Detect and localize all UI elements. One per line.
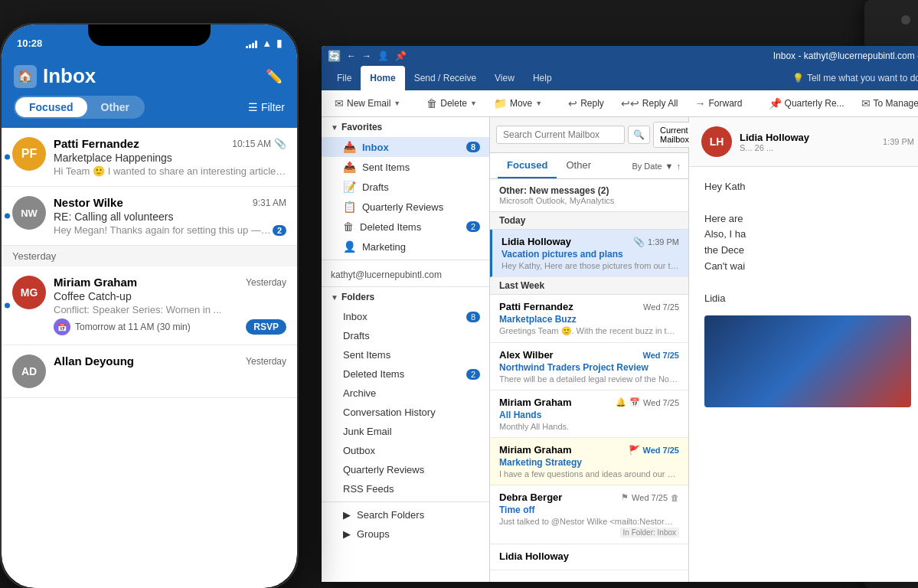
ribbon-tab-help[interactable]: Help (524, 66, 561, 90)
ribbon-tab-view[interactable]: View (485, 66, 524, 90)
nav-item-deleted[interactable]: 🗑 Deleted Items 2 (322, 217, 489, 237)
ribbon-tab-home[interactable]: Home (361, 66, 404, 90)
marketing-icon: 👤 (343, 240, 356, 253)
delete-button[interactable]: 🗑 Delete ▼ (420, 93, 484, 113)
folders-section[interactable]: ▼ Folders (322, 287, 489, 307)
nav-groups[interactable]: ▶ Groups (322, 524, 489, 544)
fo-tab-focused[interactable]: Focused (498, 153, 557, 178)
nav-item-inbox-favorites[interactable]: 📥 Inbox 8 (322, 137, 489, 157)
nav-search-folders[interactable]: ▶ Search Folders (322, 505, 489, 524)
reply-icon: ↩ (568, 97, 577, 109)
nav-inbox-label: Inbox (362, 142, 389, 153)
phone-email-item-nestor[interactable]: NW Nestor Wilke 9:31 AM RE: Calling all … (2, 187, 297, 246)
phone-compose-button[interactable]: ✏️ (263, 66, 285, 87)
eli-header-alex-lw: Alex Wilber Wed 7/25 (499, 349, 679, 361)
eli-header-miriam-ah: Miriam Graham 🔔 📅 Wed 7/25 (499, 397, 679, 408)
battery-icon: ▮ (276, 38, 282, 49)
email-item-miriam-marketing[interactable]: Miriam Graham 🚩 Wed 7/25 Marketing Strat… (490, 438, 688, 485)
phone-tab-other[interactable]: Other (87, 97, 143, 117)
nav-deleted-label: Deleted Items (360, 221, 421, 233)
phone-header: 🏠 Inbox ✏️ Focused Other ☰ Filter (2, 58, 297, 128)
email-item-debra[interactable]: Debra Berger ⚑ Wed 7/25 🗑 Time off Just … (490, 485, 688, 544)
eli-sender-miriam-mkt: Miriam Graham (499, 444, 572, 456)
eli-header-lidia-today: Lidia Holloway 📎 1:39 PM (501, 236, 679, 247)
delete-dropdown[interactable]: ▼ (470, 100, 477, 107)
tell-me-text: Tell me what you want to do (807, 73, 918, 83)
nav-item-drafts[interactable]: 📝 Drafts (322, 177, 489, 197)
new-email-button[interactable]: ✉ New Email ▼ (328, 93, 407, 113)
eli-sender-debra: Debra Berger (499, 492, 562, 503)
quarterly-review-button[interactable]: 📌 Quarterly Re... (762, 93, 851, 113)
phone-email-item-miriam[interactable]: MG Miriam Graham Yesterday Coffee Catch-… (2, 266, 297, 345)
nav-folder-sent[interactable]: Sent Items (322, 345, 489, 364)
email-search-input[interactable] (496, 126, 625, 144)
nav-folder-rss[interactable]: RSS Feeds (322, 479, 489, 498)
nav-folder-inbox[interactable]: Inbox 8 (322, 307, 489, 326)
phone-tab-focused[interactable]: Focused (15, 97, 87, 117)
eli-preview-lidia-today: Hey Kathy, Here are those pictures from … (501, 261, 679, 270)
favorites-section[interactable]: ▼ Favorites (322, 117, 489, 137)
sort-controls: By Date ▼ ↑ (632, 162, 681, 171)
move-button[interactable]: 📁 Move ▼ (487, 93, 549, 113)
phone-email-item-patti[interactable]: PF Patti Fernandez 10:15 AM 📎 Marketplac… (2, 128, 297, 187)
to-manager-button[interactable]: ✉ To Manager (854, 93, 918, 113)
reading-line-3: the Dece (704, 243, 911, 259)
phone-frame: 10:28 ▲ ▮ 🏠 Inbox (0, 23, 299, 588)
phone-time-miriam: Yesterday (246, 277, 286, 288)
email-item-lidia-bottom[interactable]: Lidia Holloway (490, 544, 688, 570)
email-item-miriam-allhands[interactable]: Miriam Graham 🔔 📅 Wed 7/25 All Hands Mon… (490, 390, 688, 438)
move-dropdown[interactable]: ▼ (535, 100, 542, 107)
email-search-button[interactable]: 🔍 (628, 126, 650, 144)
phone-time: 10:28 (17, 38, 42, 49)
phone-filter-button[interactable]: ☰ Filter (248, 101, 285, 113)
quarterly-label: Quarterly Re... (785, 98, 844, 109)
sort-direction[interactable]: ↑ (677, 162, 681, 171)
folder-quarterly-label: Quarterly Reviews (343, 464, 424, 475)
tell-me-box[interactable]: 💡 Tell me what you want to do (792, 73, 918, 83)
reading-line-5: Lidia (704, 291, 911, 307)
nav-folder-archive[interactable]: Archive (322, 384, 489, 403)
nav-folder-drafts[interactable]: Drafts (322, 326, 489, 345)
nav-item-sent[interactable]: 📤 Sent Items (322, 157, 489, 177)
phone-email-item-allan[interactable]: AD Allan Deyoung Yesterday (2, 345, 297, 398)
ribbon-commands: ✉ New Email ▼ 🗑 Delete ▼ 📁 Move ▼ ↩ Repl… (322, 90, 918, 117)
nav-item-marketing[interactable]: 👤 Marketing (322, 237, 489, 256)
eli-icons-miriam-ah: 🔔 📅 Wed 7/25 (616, 397, 679, 407)
delete-icon-debra[interactable]: 🗑 (671, 493, 679, 502)
ribbon-tab-send-receive[interactable]: Send / Receive (405, 66, 485, 90)
titlebar-back[interactable]: ← (347, 51, 356, 61)
forward-button[interactable]: → Forward (688, 93, 750, 113)
reading-line-4: Can't wai (704, 259, 911, 275)
email-item-alex-lw[interactable]: Alex Wilber Wed 7/25 Northwind Traders P… (490, 343, 688, 390)
eli-header-patti-lw: Patti Fernandez Wed 7/25 (499, 301, 679, 312)
nav-item-quarterly[interactable]: 📋 Quarterly Reviews (322, 197, 489, 217)
reading-pane-content: Hey Kath Here are Also, I ha the Dece Ca… (689, 167, 918, 582)
nav-deleted-badge: 2 (466, 221, 480, 232)
phone-time-patti: 10:15 AM (232, 139, 271, 149)
nav-folder-junk[interactable]: Junk Email (322, 422, 489, 441)
nav-folder-quarterly[interactable]: Quarterly Reviews (322, 460, 489, 479)
phone-email-header-allan: Allan Deyoung Yesterday (54, 354, 286, 368)
folder-drafts-label: Drafts (343, 330, 370, 341)
sort-dropdown[interactable]: ▼ (665, 162, 674, 171)
filter-icon: ☰ (248, 101, 258, 113)
nav-folder-deleted[interactable]: Deleted Items 2 (322, 364, 489, 384)
ribbon-tab-file[interactable]: File (328, 66, 361, 90)
email-item-patti-lw[interactable]: Patti Fernandez Wed 7/25 Marketplace Buz… (490, 295, 688, 343)
phone-rsvp-button[interactable]: RSVP (246, 319, 286, 335)
tablet-camera (901, 15, 910, 24)
titlebar-forward[interactable]: → (362, 51, 371, 61)
nav-folder-conversation[interactable]: Conversation History (322, 403, 489, 422)
analytics-banner[interactable]: Other: New messages (2) Microsoft Outloo… (490, 179, 688, 212)
bell-icon-miriam-ah: 🔔 (616, 397, 626, 407)
nav-folder-outbox[interactable]: Outbox (322, 441, 489, 460)
reply-button[interactable]: ↩ Reply (561, 93, 611, 113)
titlebar-pin[interactable]: 📌 (395, 51, 407, 61)
phone-email-content-patti: Patti Fernandez 10:15 AM 📎 Marketplace H… (54, 137, 286, 177)
email-item-lidia-today[interactable]: Lidia Holloway 📎 1:39 PM Vacation pictur… (490, 230, 688, 277)
fo-tab-other[interactable]: Other (557, 153, 600, 178)
reply-all-button[interactable]: ↩↩ Reply All (614, 93, 685, 113)
eli-sender-lidia-today: Lidia Holloway (501, 236, 571, 247)
outlook-titlebar: 🔄 ← → 👤 📌 Inbox - kathyt@lucernepubintl.… (322, 46, 918, 66)
new-email-dropdown[interactable]: ▼ (394, 100, 400, 107)
